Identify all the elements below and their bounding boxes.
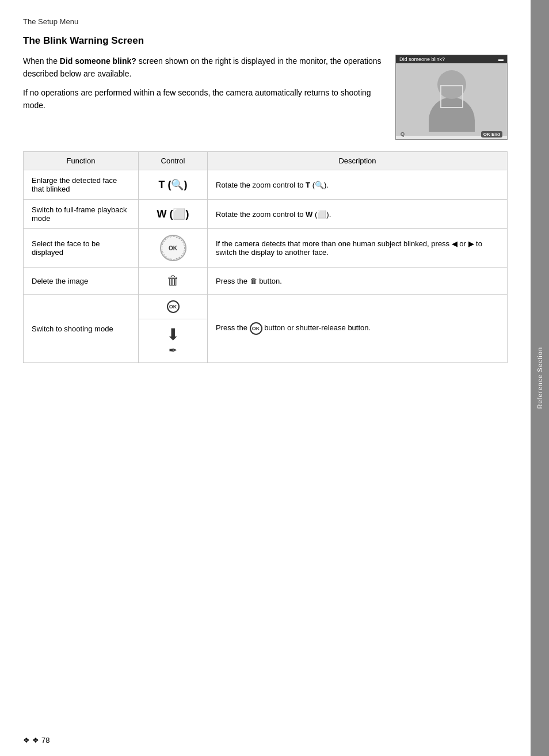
control-cell-5b: ⬇ ✒ [139, 319, 208, 363]
intro-note: If no operations are performed within a … [23, 86, 384, 112]
table-row: Enlarge the detected face that blinked T… [24, 170, 508, 200]
t-control-symbol: T (🔍) [159, 179, 188, 190]
th-control: Control [139, 152, 208, 170]
table-row: Switch to full-frame playback mode W (⬜)… [24, 200, 508, 229]
zoom-indicator: Q [401, 131, 405, 138]
person-head [437, 70, 466, 99]
section-title: The Blink Warning Screen [23, 35, 508, 47]
description-cell-3: If the camera detects that more than one… [208, 229, 508, 268]
function-cell-4: Delete the image [24, 268, 139, 295]
description-cell-1: Rotate the zoom control to T (🔍). [208, 170, 508, 200]
ok-inline-icon: OK [250, 322, 262, 335]
camera-screen-body [396, 63, 507, 136]
table-row: Delete the image 🗑 Press the 🗑 button. [24, 268, 508, 295]
description-cell-2: Rotate the zoom control to W (⬜). [208, 200, 508, 229]
side-tab-label: Reference Section [536, 347, 543, 409]
th-description: Description [208, 152, 508, 170]
table-row: Select the face to be displayed OK If th… [24, 229, 508, 268]
battery-icon: ▬ [498, 56, 504, 62]
face-detection-box [440, 85, 463, 108]
control-cell-3: OK [139, 229, 208, 268]
function-cell-5: Switch to shooting mode [24, 295, 139, 363]
page-icon: ❖ [23, 736, 30, 744]
camera-screen-footer: Q OK End [396, 131, 507, 138]
functions-table: Function Control Description Enlarge the… [23, 151, 508, 363]
function-cell-1: Enlarge the detected face that blinked [24, 170, 139, 200]
function-cell-3: Select the face to be displayed [24, 229, 139, 268]
intro-part1: When the [23, 56, 60, 66]
control-cell-4: 🗑 [139, 268, 208, 295]
shutter-arrow-icon: ⬇ [147, 325, 199, 344]
table-header-row: Function Control Description [24, 152, 508, 170]
control-cell-5a: OK [139, 295, 208, 319]
w-control-symbol: W (⬜) [157, 208, 189, 220]
reference-section-tab: Reference Section [531, 0, 549, 756]
camera-screen-header: Did someone blink? ▬ [396, 55, 507, 63]
ok-circle-icon: OK [167, 300, 180, 313]
table-row: Switch to shooting mode OK Press the OK … [24, 295, 508, 319]
camera-screen-preview: Did someone blink? ▬ Q OK End [395, 55, 508, 140]
page-footer: ❖ ❖ 78 [23, 736, 49, 744]
control-cell-2: W (⬜) [139, 200, 208, 229]
page-number: 78 [41, 736, 49, 744]
person-silhouette [429, 67, 475, 132]
ok-wheel-icon: OK [160, 235, 186, 261]
function-cell-2: Switch to full-frame playback mode [24, 200, 139, 229]
shutter-release-icon: ✒ [147, 344, 199, 357]
intro-block: When the Did someone blink? screen shown… [23, 55, 508, 140]
ok-end-badge: OK End [481, 131, 502, 138]
trash-icon: 🗑 [167, 273, 180, 288]
camera-screen-title: Did someone blink? [399, 56, 445, 62]
th-function: Function [24, 152, 139, 170]
intro-text: When the Did someone blink? screen shown… [23, 55, 384, 112]
description-cell-5: Press the OK button or shutter-release b… [208, 295, 508, 363]
intro-bold: Did someone blink? [60, 56, 136, 66]
section-label: The Setup Menu [23, 17, 508, 26]
description-cell-4: Press the 🗑 button. [208, 268, 508, 295]
control-cell-1: T (🔍) [139, 170, 208, 200]
page-icon2: ❖ [32, 736, 39, 744]
